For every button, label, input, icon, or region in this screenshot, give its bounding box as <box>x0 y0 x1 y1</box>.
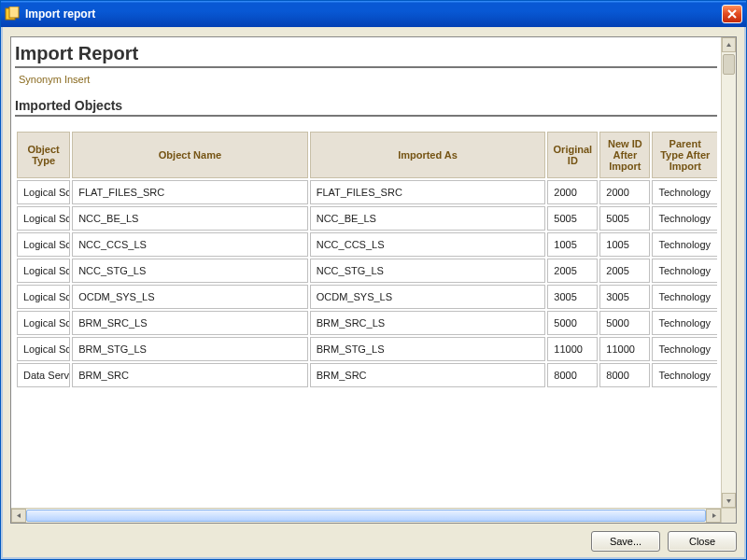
table-row[interactable]: Logical SchemaOCDM_SYS_LSOCDM_SYS_LS3005… <box>17 285 717 309</box>
table-header-row: Object Type Object Name Imported As Orig… <box>17 132 717 178</box>
cell-imported-as: BRM_STG_LS <box>310 337 546 361</box>
cell-object-name: BRM_SRC_LS <box>72 311 308 335</box>
cell-object-type: Logical Schema <box>17 259 70 283</box>
report-title: Import Report <box>15 41 717 68</box>
cell-parent-type: Technology <box>652 285 717 309</box>
cell-object-type: Logical Schema <box>17 337 70 361</box>
cell-new-id: 2005 <box>599 259 650 283</box>
vertical-scroll-thumb[interactable] <box>723 54 735 75</box>
table-row[interactable]: Data ServerBRM_SRCBRM_SRC80008000Technol… <box>17 363 717 387</box>
horizontal-scrollbar[interactable] <box>11 508 721 523</box>
cell-original-id: 1005 <box>547 232 598 257</box>
cell-original-id: 5000 <box>547 311 598 335</box>
imported-objects-table-wrap: Object Type Object Name Imported As Orig… <box>15 130 717 389</box>
cell-new-id: 1005 <box>599 232 650 257</box>
cell-object-type: Logical Schema <box>17 232 70 257</box>
scroll-right-button[interactable] <box>706 509 721 523</box>
cell-original-id: 2005 <box>547 259 598 283</box>
cell-object-name: OCDM_SYS_LS <box>72 285 308 309</box>
cell-imported-as: BRM_SRC <box>310 363 546 387</box>
cell-object-type: Data Server <box>17 363 70 387</box>
cell-new-id: 2000 <box>599 180 650 204</box>
cell-new-id: 3005 <box>599 285 650 309</box>
cell-parent-type: Technology <box>652 337 717 361</box>
cell-imported-as: FLAT_FILES_SRC <box>310 180 546 204</box>
cell-imported-as: NCC_BE_LS <box>310 206 546 231</box>
scroll-left-button[interactable] <box>11 509 26 523</box>
import-report-window: Import report Import Report Synonym Inse… <box>0 0 747 560</box>
scroll-down-button[interactable] <box>722 493 736 508</box>
cell-object-name: BRM_STG_LS <box>72 337 308 361</box>
window-title: Import report <box>25 7 722 21</box>
app-icon <box>5 7 20 21</box>
save-button[interactable]: Save... <box>591 531 660 552</box>
horizontal-scroll-thumb[interactable] <box>26 510 706 522</box>
dialog-button-row: Save... Close <box>10 524 737 552</box>
cell-parent-type: Technology <box>652 311 717 335</box>
cell-object-name: BRM_SRC <box>72 363 308 387</box>
titlebar[interactable]: Import report <box>1 1 746 27</box>
col-object-name[interactable]: Object Name <box>72 132 308 178</box>
col-original-id[interactable]: Original ID <box>547 132 598 178</box>
cell-new-id: 8000 <box>599 363 650 387</box>
cell-imported-as: OCDM_SYS_LS <box>310 285 546 309</box>
close-button[interactable]: Close <box>668 531 737 552</box>
cell-parent-type: Technology <box>652 180 717 204</box>
report-pane: Import Report Synonym Insert Imported Ob… <box>10 36 737 524</box>
cell-new-id: 5000 <box>599 311 650 335</box>
cell-original-id: 2000 <box>547 180 598 204</box>
cell-imported-as: NCC_CCS_LS <box>310 232 546 257</box>
vertical-scrollbar[interactable] <box>721 37 736 508</box>
window-close-button[interactable] <box>722 5 742 23</box>
cell-new-id: 5005 <box>599 206 650 231</box>
cell-imported-as: BRM_SRC_LS <box>310 311 546 335</box>
cell-object-name: NCC_STG_LS <box>72 259 308 283</box>
cell-original-id: 8000 <box>547 363 598 387</box>
cell-object-type: Logical Schema <box>17 206 70 231</box>
cell-object-type: Logical Schema <box>17 180 70 204</box>
cell-original-id: 3005 <box>547 285 598 309</box>
cell-original-id: 11000 <box>547 337 598 361</box>
table-row[interactable]: Logical SchemaNCC_STG_LSNCC_STG_LS200520… <box>17 259 717 283</box>
scroll-corner <box>721 508 736 523</box>
content-area: Import Report Synonym Insert Imported Ob… <box>1 27 746 559</box>
imported-objects-table: Object Type Object Name Imported As Orig… <box>15 130 717 389</box>
cell-imported-as: NCC_STG_LS <box>310 259 546 283</box>
table-row[interactable]: Logical SchemaBRM_STG_LSBRM_STG_LS110001… <box>17 337 717 361</box>
cell-parent-type: Technology <box>652 259 717 283</box>
table-row[interactable]: Logical SchemaBRM_SRC_LSBRM_SRC_LS500050… <box>17 311 717 335</box>
table-row[interactable]: Logical SchemaFLAT_FILES_SRCFLAT_FILES_S… <box>17 180 717 204</box>
svg-rect-1 <box>9 7 19 18</box>
col-parent-type[interactable]: Parent Type After Import <box>652 132 717 178</box>
cell-parent-type: Technology <box>652 206 717 231</box>
cell-original-id: 5005 <box>547 206 598 231</box>
cell-parent-type: Technology <box>652 232 717 257</box>
cell-parent-type: Technology <box>652 363 717 387</box>
cell-object-name: NCC_CCS_LS <box>72 232 308 257</box>
cell-new-id: 11000 <box>599 337 650 361</box>
table-row[interactable]: Logical SchemaNCC_BE_LSNCC_BE_LS50055005… <box>17 206 717 231</box>
table-row[interactable]: Logical SchemaNCC_CCS_LSNCC_CCS_LS100510… <box>17 232 717 257</box>
cell-object-type: Logical Schema <box>17 285 70 309</box>
report-scroll-viewport: Import Report Synonym Insert Imported Ob… <box>11 37 721 508</box>
cell-object-name: NCC_BE_LS <box>72 206 308 231</box>
cell-object-name: FLAT_FILES_SRC <box>72 180 308 204</box>
section-title: Imported Objects <box>15 96 717 117</box>
col-imported-as[interactable]: Imported As <box>310 132 546 178</box>
scroll-up-button[interactable] <box>722 37 736 52</box>
col-object-type[interactable]: Object Type <box>17 132 70 178</box>
col-new-id[interactable]: New ID After Import <box>599 132 650 178</box>
synonym-insert-link[interactable]: Synonym Insert <box>19 74 90 85</box>
cell-object-type: Logical Schema <box>17 311 70 335</box>
